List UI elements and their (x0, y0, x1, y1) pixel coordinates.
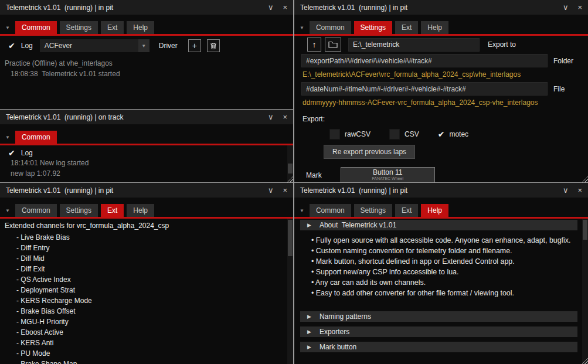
tab-overflow-icon[interactable]: ▼ (298, 25, 307, 34)
window-common-on-track: Telemetrick v1.01 (running) | on track ∨… (0, 110, 293, 182)
about-point: • Easy to add other converter for other … (294, 288, 580, 298)
rawcsv-label: rawCSV (345, 130, 371, 138)
expand-icon: ▶ (307, 314, 311, 319)
delete-driver-button[interactable] (207, 39, 220, 52)
driver-dropdown-icon[interactable]: ▼ (138, 39, 149, 52)
mark-button-label: Button 11 (373, 169, 402, 176)
tab-ext[interactable]: Ext (101, 204, 124, 217)
log-checkbox[interactable]: ✔ (8, 149, 15, 157)
channel-item: - Brake Bias Offset (0, 306, 293, 317)
channel-item: - Live Brake Bias (0, 232, 293, 243)
tab-help[interactable]: Help (127, 21, 154, 34)
collapse-icon[interactable]: ∨ (563, 4, 569, 11)
titlebar[interactable]: Telemetrick v1.01 (running) | in pit ∨ × (0, 183, 293, 198)
scrollbar-thumb[interactable] (583, 220, 587, 240)
close-icon[interactable]: × (577, 186, 582, 194)
about-expander[interactable]: ▶ About Telemetrick v1.01 (300, 220, 577, 230)
tab-help[interactable]: Help (127, 204, 154, 217)
close-icon[interactable]: × (577, 4, 582, 11)
tab-ext[interactable]: Ext (395, 204, 418, 217)
tab-ext[interactable]: Ext (395, 21, 418, 34)
driver-combobox[interactable]: ACFever (40, 39, 138, 52)
about-point: • Fully open source with all accessible … (294, 235, 580, 246)
tab-overflow-icon[interactable]: ▼ (298, 208, 307, 217)
motec-checkbox[interactable]: ✔ (438, 130, 445, 138)
mark-button[interactable]: Button 11 FANATEC Wheel (341, 167, 435, 182)
tab-common[interactable]: Common (310, 21, 351, 34)
tab-help[interactable]: Help (421, 21, 448, 34)
close-icon[interactable]: × (283, 113, 287, 121)
window-title: Telemetrick v1.01 (running) | in pit (6, 186, 259, 195)
reexport-button[interactable]: Re export previous laps (324, 145, 415, 159)
channel-item: - Diff Mid (0, 253, 293, 264)
expand-icon: ▶ (307, 345, 311, 350)
section-label: Exporters (320, 328, 349, 336)
close-icon[interactable]: × (283, 4, 287, 11)
about-point: • Any car can add its own channels. (294, 277, 580, 288)
folder-pattern-input[interactable] (301, 54, 548, 67)
titlebar[interactable]: Telemetrick v1.01 (running) | in pit ∨ × (0, 0, 293, 15)
tab-common[interactable]: Common (15, 21, 57, 34)
log-label: Log (21, 42, 33, 50)
extended-channels-heading: Extended channels for vrc_formula_alpha_… (0, 219, 293, 232)
tab-settings[interactable]: Settings (60, 21, 98, 34)
tab-overflow-icon[interactable]: ▼ (4, 135, 12, 144)
close-icon[interactable]: × (283, 186, 287, 194)
collapse-icon[interactable]: ∨ (268, 186, 274, 194)
common-tab-content: ✔ Log ACFever ▼ Driver + Practice (Offli… (0, 36, 293, 109)
section-label: Mark button (320, 343, 356, 351)
export-base-path-input[interactable] (348, 38, 480, 52)
titlebar[interactable]: Telemetrick v1.01 (running) | on track ∨… (0, 110, 293, 124)
collapse-icon[interactable]: ∨ (268, 113, 274, 121)
tab-overflow-icon[interactable]: ▼ (4, 208, 12, 217)
scrollbar-thumb[interactable] (288, 164, 293, 174)
tab-bar: ▼ Common Settings Ext Help (0, 198, 293, 219)
collapse-icon[interactable]: ∨ (268, 4, 274, 11)
log-tab-content: ✔ Log 18:14:01 New log started new lap 1… (0, 145, 293, 182)
tab-common[interactable]: Common (310, 204, 351, 217)
rawcsv-checkbox[interactable] (329, 129, 340, 140)
tab-common[interactable]: Common (15, 204, 57, 217)
tab-common[interactable]: Common (15, 131, 57, 144)
channel-item: - KERS Recharge Mode (0, 295, 293, 306)
help-sections: ▶ Naming patterns ▶ Exporters ▶ Mark but… (294, 311, 588, 352)
window-title: Telemetrick v1.01 (running) | in pit (6, 4, 259, 12)
section-expander[interactable]: ▶ Naming patterns (300, 311, 577, 322)
section-expander[interactable]: ▶ Mark button (300, 342, 577, 352)
tab-overflow-icon[interactable]: ▼ (4, 25, 12, 34)
tab-ext[interactable]: Ext (101, 21, 124, 34)
tab-settings[interactable]: Settings (354, 21, 392, 34)
file-preview: ddmmyyyy-hhmmss-ACFever-vrc_formula_alph… (303, 98, 588, 107)
add-driver-button[interactable]: + (188, 39, 201, 52)
up-folder-button[interactable]: ↑ (307, 38, 321, 52)
about-point: • Support new/any CSP info accessible to… (294, 267, 580, 277)
scrollbar-thumb[interactable] (288, 220, 293, 256)
about-point: • Custom naming convention for telemetry… (294, 246, 580, 256)
channel-item: - Diff Exit (0, 264, 293, 274)
export-section-label: Export: (303, 115, 588, 123)
session-status-line: Practice (Offline) at vhe_interlagos (5, 59, 293, 67)
collapse-icon[interactable]: ∨ (563, 186, 569, 194)
file-pattern-input[interactable] (301, 82, 548, 96)
log-checkbox[interactable]: ✔ (8, 42, 15, 50)
log-entry: new lap 1:07.92 (11, 169, 293, 178)
channel-item: - MGU-H Priority (0, 317, 293, 327)
section-label: Naming patterns (320, 312, 371, 321)
about-title: About Telemetrick v1.01 (320, 221, 396, 229)
driver-label: Driver (159, 42, 178, 50)
tab-bar: ▼ Common Settings Ext Help (294, 15, 588, 36)
channel-item: - PU Mode (0, 348, 293, 359)
vertical-scrollbar[interactable] (582, 219, 588, 364)
titlebar[interactable]: Telemetrick v1.01 (running) | in pit ∨ × (294, 0, 588, 15)
csv-checkbox[interactable] (389, 129, 400, 140)
tab-settings[interactable]: Settings (60, 204, 98, 217)
browse-folder-button[interactable] (325, 38, 341, 52)
trash-icon (210, 42, 217, 50)
titlebar[interactable]: Telemetrick v1.01 (running) | in pit ∨ × (294, 183, 588, 198)
tab-settings[interactable]: Settings (354, 204, 392, 217)
mark-button-device: FANATEC Wheel (372, 176, 403, 181)
tab-help[interactable]: Help (421, 204, 448, 217)
section-expander[interactable]: ▶ Exporters (300, 326, 577, 337)
screen: Telemetrick v1.01 (running) | in pit ∨ ×… (0, 0, 588, 364)
vertical-scrollbar[interactable] (287, 219, 293, 364)
